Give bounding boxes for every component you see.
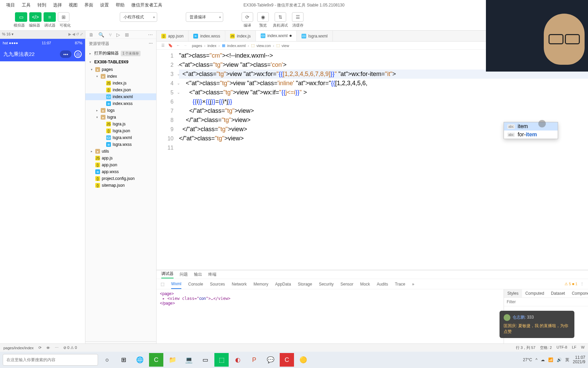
status-lang[interactable]: W bbox=[581, 345, 585, 350]
task-edge-icon[interactable]: 🌐 bbox=[133, 353, 147, 367]
fwd-icon[interactable]: → bbox=[183, 43, 187, 48]
menu-view[interactable]: 视图 bbox=[65, 2, 81, 8]
tab-index.wxss[interactable]: ≋index.wxss bbox=[189, 31, 225, 41]
tray-wifi-icon[interactable]: 📶 bbox=[548, 357, 553, 362]
devsub-wxml[interactable]: Wxml bbox=[171, 279, 181, 289]
tree-item-app.json[interactable]: {}app.json bbox=[85, 162, 156, 168]
tree-item-pages[interactable]: ▾▸pages bbox=[85, 66, 156, 73]
inspect-icon[interactable]: ⬚ bbox=[161, 282, 164, 287]
branch-icon[interactable]: ⑂ bbox=[109, 32, 112, 37]
devsub-sensor[interactable]: Sensor bbox=[341, 282, 354, 287]
devsub-mock[interactable]: Mock bbox=[360, 282, 370, 287]
tree-item-lsgra.json[interactable]: {}lsgra.json bbox=[85, 127, 156, 134]
tray-chevron-icon[interactable]: ^ bbox=[536, 357, 538, 362]
task-terminal-icon[interactable]: ▭ bbox=[198, 353, 212, 367]
tree-item-lsgra[interactable]: ▾▸lsgra bbox=[85, 114, 156, 121]
tray-date[interactable]: 2021/9 bbox=[573, 359, 585, 364]
status-sync-icon[interactable]: ⟳ bbox=[38, 346, 42, 350]
devsub-network[interactable]: Network bbox=[232, 282, 247, 287]
dom-tree[interactable]: <page> ▸ <view class="con">…</view> </pa… bbox=[157, 289, 504, 352]
status-eol[interactable]: LF bbox=[572, 345, 576, 350]
tab-index.js[interactable]: JSindex.js bbox=[225, 31, 256, 41]
editor-toggle[interactable]: </> bbox=[29, 12, 42, 22]
component-tab[interactable]: Compone bbox=[568, 289, 588, 297]
status-eye-icon[interactable]: 👁 bbox=[46, 346, 50, 350]
styles-tab[interactable]: Styles bbox=[504, 289, 522, 297]
debugger-toggle[interactable]: ⌗ bbox=[44, 12, 56, 22]
menu-goto[interactable]: 转到 bbox=[34, 2, 50, 8]
devsub-audits[interactable]: Audits bbox=[377, 282, 388, 287]
crumb-4[interactable]: view bbox=[282, 44, 289, 48]
tree-item-logs[interactable]: ▸▸logs bbox=[85, 107, 156, 114]
tree-item-app.wxss[interactable]: ≋app.wxss bbox=[85, 168, 156, 175]
tray-weather[interactable]: 27°C bbox=[523, 357, 532, 362]
task-cortana-icon[interactable]: ○ bbox=[100, 353, 114, 367]
ac-item-1[interactable]: abcfor-item bbox=[504, 131, 558, 139]
autocomplete-popup[interactable]: abcitem abcfor-item bbox=[504, 122, 558, 139]
tree-item-sitemap.json[interactable]: {}sitemap.json bbox=[85, 182, 156, 189]
status-errors[interactable]: ⊘ 0 ⚠ 0 bbox=[63, 346, 77, 350]
simulator-toggle[interactable]: ▭ bbox=[15, 12, 27, 22]
tray-time[interactable]: 11:07 bbox=[575, 355, 585, 360]
devtab-debugger[interactable]: 调试器 bbox=[161, 271, 174, 278]
back-icon[interactable]: ← bbox=[176, 43, 180, 48]
task-app1-icon[interactable]: C bbox=[149, 353, 163, 367]
tree-item-lsgra.wxml[interactable]: <>lsgra.wxml bbox=[85, 134, 156, 141]
computed-tab[interactable]: Computed bbox=[522, 289, 548, 297]
taskbar-search[interactable]: 在这里输入你要搜索的内容 bbox=[3, 354, 98, 366]
menu-wechat[interactable]: 微信开发者工具 bbox=[128, 2, 166, 8]
styles-filter[interactable] bbox=[504, 298, 588, 306]
crumb-0[interactable]: pages bbox=[192, 44, 202, 48]
more-icon[interactable]: ⋯ bbox=[148, 32, 153, 37]
mode-dropdown[interactable]: 小程序模式 bbox=[120, 12, 157, 22]
remote-debug-button[interactable]: ⇅ bbox=[275, 12, 286, 22]
devsub-security[interactable]: Security bbox=[319, 282, 333, 287]
devtab-output[interactable]: 输出 bbox=[194, 272, 202, 277]
task-app2-icon[interactable]: 💻 bbox=[182, 353, 196, 367]
menu-help[interactable]: 帮助 bbox=[112, 2, 128, 8]
compile-dropdown[interactable]: 普通编译 bbox=[186, 12, 223, 22]
tree-item-utils[interactable]: ▸▸utils bbox=[85, 148, 156, 155]
extension-icon[interactable]: ⊞ bbox=[125, 32, 129, 37]
devtab-terminal[interactable]: 终端 bbox=[208, 272, 216, 277]
crumb-1[interactable]: index bbox=[208, 44, 216, 48]
devsub-appdata[interactable]: AppData bbox=[275, 282, 291, 287]
tray-volume-icon[interactable]: 🔊 bbox=[557, 357, 562, 362]
open-editors-section[interactable]: ▸打开的编辑器 1 个未保存 bbox=[85, 49, 156, 58]
menu-ui[interactable]: 界面 bbox=[81, 2, 97, 8]
dataset-tab[interactable]: Dataset bbox=[548, 289, 568, 297]
system-tray[interactable]: 27°C ^ ☁ 📶 🔊 英 11:072021/9 bbox=[523, 355, 585, 364]
tree-item-lsgra.wxss[interactable]: ≋lsgra.wxss bbox=[85, 141, 156, 148]
task-app4-icon[interactable]: C bbox=[280, 353, 294, 367]
task-app5-icon[interactable]: 🟡 bbox=[296, 353, 310, 367]
status-path[interactable]: pages/index/index bbox=[3, 346, 34, 350]
capsule-more-icon[interactable]: ●●● bbox=[60, 50, 71, 58]
tree-item-lsgra.js[interactable]: JSlsgra.js bbox=[85, 121, 156, 127]
devsub-more[interactable]: » bbox=[412, 282, 414, 287]
task-taskview-icon[interactable]: ⊞ bbox=[116, 353, 131, 367]
menu-select[interactable]: 选择 bbox=[50, 2, 65, 8]
tree-item-project.config.json[interactable]: {}project.config.json bbox=[85, 175, 156, 182]
project-root[interactable]: ▾EX308-TABLE9X9 bbox=[85, 58, 156, 66]
task-explorer-icon[interactable]: 📁 bbox=[165, 353, 180, 367]
code-editor[interactable]: 1234567891011 ⌄⌄⌄⌄ "at">class="cm"><!--i… bbox=[157, 50, 588, 270]
tree-item-index.wxml[interactable]: <>index.wxml bbox=[85, 93, 156, 100]
devsub-console[interactable]: Console bbox=[188, 282, 203, 287]
task-wechat-icon[interactable]: 💬 bbox=[263, 353, 278, 367]
files-icon[interactable]: 🗎 bbox=[89, 32, 94, 37]
tree-item-index[interactable]: ▾▸index bbox=[85, 73, 156, 80]
visual-toggle[interactable]: ⊞ bbox=[58, 12, 69, 22]
devsub-memory[interactable]: Memory bbox=[254, 282, 268, 287]
tree-item-index.wxss[interactable]: ≋index.wxss bbox=[85, 100, 156, 107]
task-wechatdev-icon[interactable]: ⬚ bbox=[214, 353, 229, 367]
preview-button[interactable]: ◉ bbox=[257, 12, 269, 22]
dev-settings-icon[interactable]: ⋮ bbox=[580, 282, 584, 286]
tab-app.json[interactable]: {}app.json bbox=[157, 31, 189, 41]
tree-item-index.js[interactable]: JSindex.js bbox=[85, 80, 156, 87]
capsule-close-icon[interactable]: ◎ bbox=[74, 50, 82, 58]
status-more[interactable]: ⋯ bbox=[55, 346, 59, 350]
warn-count[interactable]: ⚠ 5 ■ 1 bbox=[565, 282, 577, 286]
devsub-storage[interactable]: Storage bbox=[298, 282, 312, 287]
menu-tools[interactable]: 工具 bbox=[18, 2, 34, 8]
compile-button[interactable]: ⟳ bbox=[242, 12, 253, 22]
